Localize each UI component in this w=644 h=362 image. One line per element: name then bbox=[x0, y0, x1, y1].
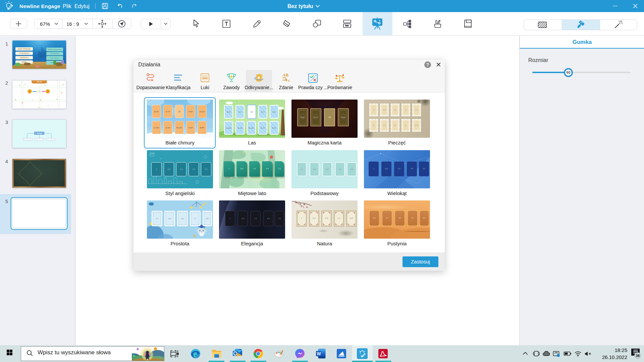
svg-text:c: c bbox=[288, 78, 290, 83]
svg-text:AB: AB bbox=[282, 72, 288, 77]
svg-text:38: 38 bbox=[636, 354, 640, 358]
